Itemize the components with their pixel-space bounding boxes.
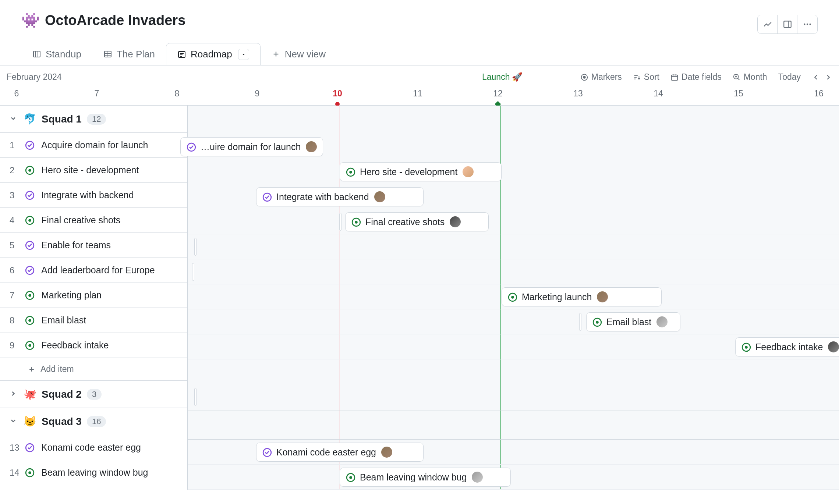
assignee-avatar[interactable] — [463, 166, 474, 177]
status-icon — [508, 292, 517, 301]
date-11: 11 — [413, 89, 422, 99]
task-row[interactable]: 2 Hero site - development — [0, 158, 187, 183]
svg-line-31 — [737, 78, 739, 80]
drag-handle[interactable] — [194, 238, 197, 256]
drag-handle[interactable] — [192, 263, 194, 281]
tab-options-button[interactable] — [238, 49, 249, 60]
timeline-bar[interactable]: Konami code easter egg — [256, 443, 424, 462]
timeline-toolbar: February 2024 Launch 🚀 Markers Sort Date… — [0, 65, 839, 89]
drag-handle[interactable] — [579, 313, 581, 331]
assignee-avatar[interactable] — [306, 141, 317, 152]
svg-point-6 — [807, 24, 808, 25]
status-icon — [592, 317, 601, 326]
project-title: OctoArcade Invaders — [45, 13, 185, 28]
status-icon — [25, 141, 35, 150]
zoom-button[interactable]: Month — [733, 72, 767, 82]
rocket-icon: 🚀 — [512, 72, 523, 82]
timeline-chart[interactable]: …uire domain for launch Hero site - deve… — [188, 106, 839, 490]
task-sidebar: 🐬 Squad 1 12 1 Acquire domain for launch… — [0, 106, 188, 490]
status-icon — [346, 473, 355, 482]
card-label: Marketing launch — [522, 292, 592, 302]
date-8: 8 — [175, 89, 180, 99]
task-title: Add leaderboard for Europe — [41, 265, 155, 276]
launch-marker[interactable]: Launch 🚀 — [482, 72, 523, 82]
group-header-squad-2[interactable]: 🐙 Squad 2 3 — [0, 381, 187, 408]
group-name: Squad 2 — [42, 388, 82, 400]
assignee-avatar[interactable] — [472, 472, 483, 483]
markers-button[interactable]: Markers — [580, 72, 622, 82]
timeline-bar[interactable]: Email blast — [586, 312, 680, 331]
assignee-avatar[interactable] — [450, 216, 461, 227]
tab-label: The Plan — [117, 49, 155, 60]
timeline-bar[interactable]: Beam leaving window bug — [340, 468, 511, 487]
tab-roadmap[interactable]: Roadmap — [166, 43, 261, 65]
date-fields-button[interactable]: Date fields — [670, 72, 722, 82]
more-menu-button[interactable] — [797, 15, 817, 33]
new-view-button[interactable]: New view — [261, 43, 337, 65]
task-title: Enable for teams — [41, 240, 111, 251]
next-button[interactable] — [824, 73, 832, 81]
month-label: February 2024 — [7, 72, 62, 82]
insights-button[interactable] — [758, 15, 778, 33]
tab-the-plan[interactable]: The Plan — [92, 43, 166, 65]
timeline-bar[interactable]: Integrate with backend — [256, 187, 424, 206]
task-number: 5 — [10, 240, 18, 251]
panel-toggle-button[interactable] — [778, 15, 797, 33]
project-emoji: 👾 — [21, 12, 40, 29]
group-name: Squad 1 — [42, 113, 82, 125]
task-title: Email blast — [41, 315, 86, 326]
task-row[interactable]: 5 Enable for teams — [0, 233, 187, 258]
table-icon — [103, 50, 112, 58]
task-title: Integrate with backend — [41, 190, 134, 200]
tab-standup[interactable]: Standup — [21, 43, 92, 65]
assignee-avatar[interactable] — [828, 341, 839, 352]
assignee-avatar[interactable] — [597, 291, 608, 302]
task-row[interactable]: 4 Final creative shots — [0, 208, 187, 233]
date-fields-label: Date fields — [682, 72, 722, 82]
task-row[interactable]: 3 Integrate with backend — [0, 183, 187, 208]
group-header-squad-1[interactable]: 🐬 Squad 1 12 — [0, 106, 187, 133]
date-14: 14 — [654, 89, 663, 99]
date-12: 12 — [493, 89, 503, 99]
task-title: Acquire domain for launch — [41, 140, 148, 150]
task-row[interactable]: 8 Email blast — [0, 308, 187, 333]
task-row[interactable]: 14 Beam leaving window bug — [0, 460, 187, 485]
launch-label: Launch — [482, 72, 510, 82]
assignee-avatar[interactable] — [381, 447, 392, 458]
task-row[interactable]: 6 Add leaderboard for Europe — [0, 258, 187, 283]
plus-icon — [28, 366, 35, 373]
drag-handle[interactable] — [339, 213, 341, 231]
svg-point-7 — [809, 24, 811, 25]
task-row[interactable]: 1 Acquire domain for launch — [0, 133, 187, 158]
prev-button[interactable] — [812, 73, 820, 81]
timeline-bar[interactable]: Hero site - development — [340, 162, 502, 181]
chevron-down-icon — [10, 115, 18, 124]
drag-handle[interactable] — [194, 388, 197, 406]
chevron-right-icon — [10, 390, 18, 399]
timeline-bar[interactable]: …uire domain for launch — [180, 137, 323, 156]
task-number: 14 — [10, 468, 18, 478]
date-10: 10 — [333, 89, 342, 99]
svg-point-22 — [583, 76, 585, 78]
timeline-bar[interactable]: Feedback intake — [735, 337, 839, 356]
plus-icon — [272, 50, 280, 58]
task-row[interactable]: 7 Marketing plan — [0, 283, 187, 308]
status-icon — [262, 448, 271, 457]
assignee-avatar[interactable] — [656, 316, 668, 327]
timeline-bar[interactable]: Marketing launch — [502, 287, 662, 306]
board-icon — [32, 50, 41, 58]
group-header-squad-3[interactable]: 😼 Squad 3 16 — [0, 408, 187, 435]
task-row[interactable]: 9 Feedback intake — [0, 333, 187, 358]
timeline-bar[interactable]: Final creative shots — [345, 212, 489, 231]
header-actions — [757, 15, 818, 34]
svg-point-5 — [804, 24, 805, 25]
today-button[interactable]: Today — [778, 72, 801, 82]
status-icon — [346, 167, 355, 176]
sort-button[interactable]: Sort — [633, 72, 659, 82]
task-title: Beam leaving window bug — [41, 467, 148, 478]
add-item-button[interactable]: Add item — [0, 358, 187, 381]
task-title: Konami code easter egg — [41, 442, 141, 453]
card-label: Hero site - development — [360, 167, 457, 177]
assignee-avatar[interactable] — [374, 191, 385, 202]
task-row[interactable]: 13 Konami code easter egg — [0, 435, 187, 460]
